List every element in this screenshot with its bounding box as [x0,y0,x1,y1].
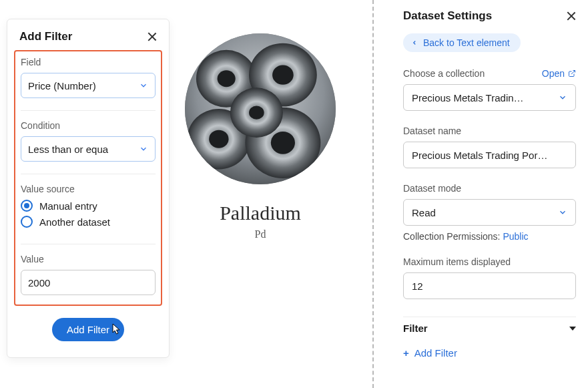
open-collection-link[interactable]: Open [542,68,576,79]
value-label: Value [21,254,156,264]
radio-manual-label: Manual entry [39,200,97,212]
condition-label: Condition [21,120,156,131]
close-icon[interactable] [567,11,576,21]
dataset-name-label: Dataset name [403,126,576,136]
filter-header-label: Filter [403,323,428,334]
item-image [185,33,336,184]
radio-icon [21,216,33,228]
close-icon[interactable] [148,32,157,41]
permissions-line: Collection Permissions: Public [403,231,576,242]
add-filter-title: Add Filter [19,30,72,43]
radio-icon [21,200,33,212]
chevron-down-icon [558,208,567,217]
value-input[interactable]: 2000 [21,270,156,295]
plus-icon: + [403,347,409,359]
chevron-down-icon [558,93,567,102]
item-title: Palladium [180,202,340,224]
value-input-text: 2000 [28,277,50,288]
collection-label: Choose a collection [403,68,485,79]
add-filter-link[interactable]: + Add Filter [403,343,457,359]
dataset-mode-label: Dataset mode [403,183,576,194]
svg-point-4 [272,65,294,84]
item-subtitle: Pd [180,228,340,240]
field-label: Field [21,57,156,67]
panel-divider [372,0,374,388]
collection-select[interactable]: Precious Metals Tradin… [403,84,576,111]
dataset-mode-value: Read [412,207,558,218]
settings-title: Dataset Settings [403,9,492,23]
chevron-left-icon [411,39,418,47]
value-source-label: Value source [21,184,156,194]
condition-select-value: Less than or equa [28,144,108,155]
max-items-input[interactable]: 12 [403,272,576,299]
dataset-name-input[interactable]: Precious Metals Trading Por… [403,142,576,168]
svg-point-6 [209,130,228,148]
filter-accordion-header[interactable]: Filter [403,317,576,343]
field-select-value: Price (Number) [28,80,96,91]
field-select[interactable]: Price (Number) [21,73,156,98]
max-items-label: Maximum items displayed [403,256,576,267]
external-link-icon [568,69,576,77]
max-items-value: 12 [412,280,423,292]
permissions-link[interactable]: Public [503,231,528,242]
add-filter-link-label: Add Filter [414,347,457,359]
back-button[interactable]: Back to Text element [403,33,521,52]
radio-another-label: Another dataset [39,216,110,228]
caret-down-icon [569,327,576,331]
dataset-mode-select[interactable]: Read [403,199,576,226]
radio-another-dataset[interactable]: Another dataset [21,216,156,228]
filter-config-highlight: Field Price (Number) Condition Less than… [14,50,162,306]
open-link-text: Open [542,68,565,79]
back-label: Back to Text element [423,37,510,48]
collection-value: Precious Metals Tradin… [412,92,558,104]
svg-point-8 [271,132,295,154]
radio-manual-entry[interactable]: Manual entry [21,200,156,212]
chevron-down-icon [139,144,148,154]
condition-select[interactable]: Less than or equa [21,136,156,162]
chevron-down-icon [139,81,148,90]
permissions-prefix: Collection Permissions: [403,231,503,242]
svg-line-11 [571,71,575,75]
cursor-icon [111,323,122,337]
svg-point-10 [249,106,264,119]
content-preview: Palladium Pd [180,33,340,240]
svg-point-2 [218,70,236,87]
add-filter-panel: Add Filter Field Price (Number) Conditio… [7,19,170,358]
dataset-name-value: Precious Metals Trading Por… [412,150,547,161]
dataset-settings-panel: Dataset Settings Back to Text element Ch… [387,0,588,388]
